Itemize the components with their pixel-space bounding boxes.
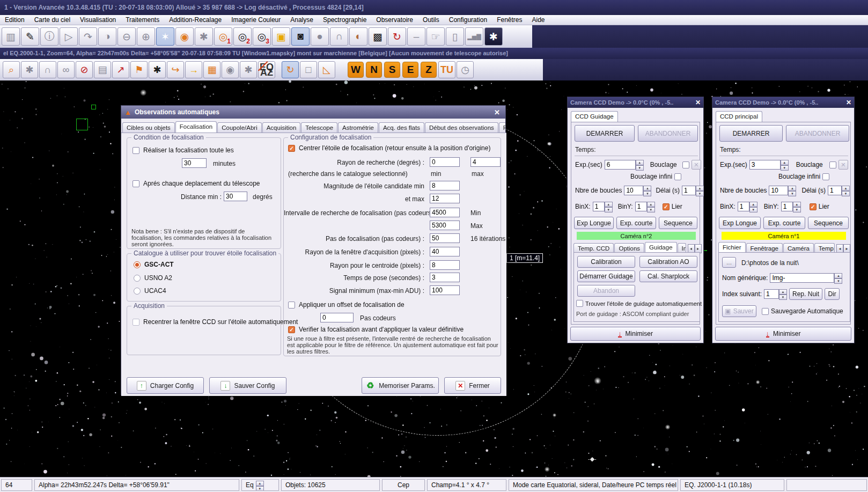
intervalle-max-input[interactable] [430,221,460,230]
menu-carte-du-ciel[interactable]: Carte du ciel [30,16,75,24]
demarrer-button[interactable]: DEMARRER [575,125,635,142]
focuser-motor-icon[interactable]: ▣ [272,27,290,46]
distance-min-input[interactable] [224,192,247,201]
dialog-title-bar[interactable]: ▲ Observations automatiques ✕ [121,106,505,119]
signal-minimum-input[interactable] [430,285,460,295]
tu-time-icon[interactable]: TU [438,61,455,78]
nbre-boucles-input[interactable] [624,186,643,195]
binoculars-icon[interactable]: ∞ [57,61,75,78]
principal-panel-close-icon[interactable]: ✕ [846,99,851,106]
calibration-button[interactable]: Calibration [577,256,635,268]
browse-button[interactable]: ... [722,257,736,268]
index-suivant-input[interactable] [764,289,779,299]
nbre-boucles-spinner-principal[interactable]: ▲▼ [788,186,796,195]
tab-coupole-abri[interactable]: Coupole/Abri [217,122,261,133]
nbre-boucles-input-principal[interactable] [769,186,788,195]
abandonner-button-principal[interactable]: ABANDONNER [786,125,849,142]
menu-outils[interactable]: Outils [418,16,444,24]
bouclage-infini-checkbox[interactable] [674,173,681,180]
biny-spinner[interactable]: ▲▼ [647,202,655,211]
camera-2-icon[interactable]: ◎2 [233,27,252,46]
rayon-max-input[interactable] [470,157,501,167]
tab-ccd-guidage[interactable]: CCD Guidage [571,111,618,122]
minutes-input[interactable] [182,158,207,168]
magnitude-min-input[interactable] [430,181,460,190]
calibration-ao-button[interactable]: Calibration AO [639,256,697,268]
dialog-close-icon[interactable]: ✕ [492,108,502,116]
principal-minimiser-button[interactable]: ↓ Minimiser [715,327,851,341]
temps-pose-input[interactable] [430,273,460,282]
compass-west-button[interactable]: W [348,62,364,78]
tab-fin-des-observations[interactable]: Fin des observat [499,122,505,133]
biny-input-principal[interactable] [781,202,793,211]
binx-input-principal[interactable] [738,202,749,211]
binx-input[interactable] [593,202,605,211]
tab-guidage[interactable]: Guidage [645,242,676,253]
ephemeris-table-icon[interactable]: ▦ [203,61,220,78]
delai-input-principal[interactable] [828,186,842,195]
delai-spinner-principal[interactable]: ▲▼ [842,186,850,195]
pas-focalisation-input[interactable] [430,233,460,243]
realiser-focalisation-checkbox[interactable] [133,147,139,154]
menu-visualisation[interactable]: Visualisation [75,16,121,24]
eq-az-icon[interactable]: EQAZ [258,61,275,78]
print-icon[interactable]: ▤ [94,61,111,78]
image-display-icon[interactable]: ✶ [156,27,174,46]
binx-spinner[interactable]: ▲▼ [605,202,613,211]
compress2-icon[interactable]: ✱ [240,61,257,78]
processing-icon[interactable]: ◉ [175,27,194,46]
guidage-panel-title-bar[interactable]: Camera CCD Demo -> 0.0°C (0% , -5.. ✕ [568,97,703,108]
tab-fichier[interactable]: Fichier [718,242,746,253]
frame-icon[interactable]: ▯ [446,27,464,46]
moon-phase-icon[interactable]: ◑ [98,27,116,46]
sequence-button[interactable]: Sequence [659,217,697,229]
delai-input[interactable] [682,186,696,195]
curve-tool-icon[interactable]: ↷ [79,27,97,46]
dome-icon[interactable]: ∩ [330,27,348,46]
rep-nuit-button[interactable]: Rep. Nuit [789,288,822,300]
menu-aide[interactable]: Aide [527,16,549,24]
rayon-min-input[interactable] [430,157,460,167]
tab-cibles-ou-objets[interactable]: Cibles ou objets [122,122,175,133]
dome-icon[interactable]: ∩ [39,61,56,78]
rayon-fenetre-input[interactable] [430,247,460,256]
apres-deplacement-checkbox[interactable] [133,180,139,187]
tab-acquisition[interactable]: Acquisition [262,122,301,133]
compass-zenith-button[interactable]: Z [421,62,437,78]
trouver-etoile-checkbox[interactable] [576,300,583,307]
exp-longue-button[interactable]: Exp Longue [574,217,614,229]
forbid-telescope-icon[interactable]: ⊘ [76,61,93,78]
tab-focalisation[interactable]: Focalisation [175,121,217,133]
lier-checkbox[interactable] [663,203,670,210]
compass-south-button[interactable]: S [384,62,400,78]
compress-icon[interactable]: ✱ [149,61,166,78]
tab-astrometrie[interactable]: Astrométrie [338,122,378,133]
goto-icon[interactable]: → [185,61,202,78]
exp-sec-input[interactable] [605,160,636,170]
guidage-minimiser-button[interactable]: ↓ Minimiser [570,327,701,341]
recentrer-ccd-checkbox[interactable] [133,319,139,326]
selection-icon[interactable]: □ [300,61,317,78]
exp-sec-spinner-principal[interactable]: ▲▼ [781,160,789,170]
status-eq-selector[interactable]: Eq ▲▼ [241,479,279,491]
tab-ccd-principal[interactable]: CCD principal [716,111,762,122]
nom-generique-input[interactable] [770,273,834,283]
gsc-act-radio[interactable] [134,261,141,268]
abandonner-button[interactable]: ABANDONNER [638,125,698,142]
lier-checkbox-principal[interactable] [810,203,816,210]
compass-north-button[interactable]: N [366,62,382,78]
orient-arrow-icon[interactable]: ↪ [167,61,184,78]
search-zoom-icon[interactable]: ⌕ [3,61,20,78]
delai-spinner[interactable]: ▲▼ [696,186,704,195]
centroide-input[interactable] [430,260,460,270]
offset-input[interactable] [320,313,354,322]
magnitude-max-input[interactable] [430,194,460,203]
exp-sec-input-principal[interactable] [749,160,781,170]
centrer-etoile-checkbox[interactable] [288,145,295,152]
exp-longue-button-principal[interactable]: Exp Longue [719,217,761,229]
rotate-field-icon[interactable]: ↻ [388,27,406,46]
dir-button[interactable]: Dir [825,288,840,300]
bouclage-checkbox[interactable] [682,161,689,168]
memoriser-params-button[interactable]: ♻ Memoriser Params. [362,377,439,394]
dark-frame-icon[interactable]: ▩ [369,27,387,46]
